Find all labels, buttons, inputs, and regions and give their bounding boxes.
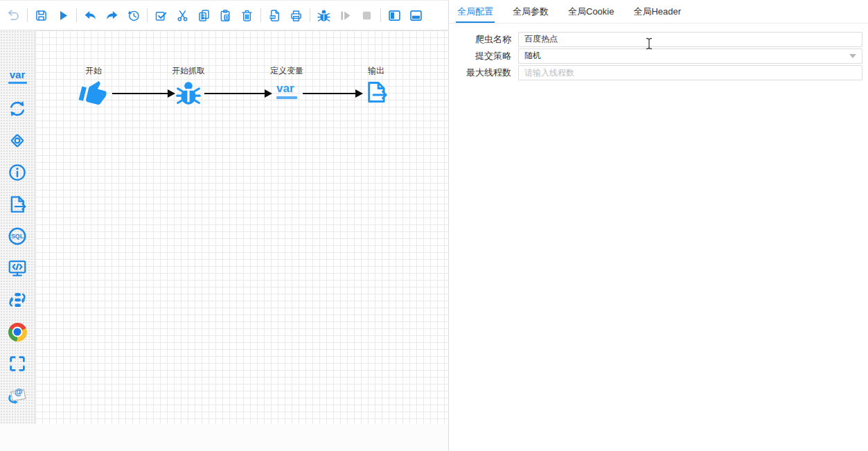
undo-icon[interactable]	[82, 8, 98, 24]
selected-option: 随机	[524, 50, 541, 62]
node-output[interactable]: 输出	[345, 65, 407, 105]
sql-circle-icon: SQL	[7, 226, 28, 247]
paste-icon[interactable]	[218, 8, 233, 24]
thumb-up-icon	[77, 76, 110, 109]
node-label: 输出	[368, 65, 384, 77]
svg-text:@: @	[15, 387, 23, 397]
cut-icon[interactable]	[175, 8, 191, 24]
tab-global-params[interactable]: 全局参数	[511, 6, 550, 23]
export-xml-icon[interactable]: XML	[267, 8, 283, 24]
copy-icon[interactable]	[196, 8, 212, 24]
max-threads-label: 最大线程数	[449, 67, 518, 79]
tab-global-config[interactable]: 全局配置	[456, 6, 495, 23]
submit-strategy-select[interactable]: 随机	[518, 48, 862, 64]
bottom-strip	[0, 424, 448, 451]
node-label: 开始	[85, 65, 102, 77]
document-arrow-icon	[7, 194, 28, 215]
comment-node-tool[interactable]	[0, 162, 35, 183]
tab-global-cookie[interactable]: 全局Cookie	[567, 6, 615, 23]
config-panel: 全局配置 全局参数 全局Cookie 全局Header 爬虫名称 提交策略 随机…	[448, 0, 868, 451]
spider-flow-designer: XML var	[0, 0, 868, 451]
svg-text:SQL: SQL	[11, 233, 24, 240]
loop-arrows-icon	[7, 98, 28, 119]
redo-icon[interactable]	[104, 8, 120, 24]
stop-icon[interactable]	[359, 8, 375, 24]
debug-icon[interactable]	[316, 8, 332, 24]
max-threads-input[interactable]	[518, 65, 862, 80]
crawler-name-input[interactable]	[518, 32, 862, 47]
info-circle-icon	[7, 162, 28, 183]
node-start[interactable]: 开始	[62, 65, 125, 107]
return-icon[interactable]	[6, 8, 21, 24]
email-node-tool[interactable]: @	[0, 385, 35, 406]
capture-node-tool[interactable]	[0, 353, 35, 374]
node-label: 开始抓取	[172, 65, 205, 77]
node-crawl[interactable]: 开始抓取	[157, 65, 220, 107]
toggle-bottom-panel-icon[interactable]	[408, 8, 424, 24]
crawler-node-tool[interactable]	[0, 35, 35, 55]
node-label: 定义变量	[270, 65, 303, 77]
config-tabs: 全局配置 全局参数 全局Cookie 全局Header	[449, 0, 868, 24]
var-icon: var	[276, 83, 297, 99]
tab-global-header[interactable]: 全局Header	[632, 6, 682, 23]
submit-strategy-label: 提交策略	[449, 50, 518, 62]
edge-crawl-to-variable[interactable]	[204, 93, 272, 94]
delete-icon[interactable]	[239, 8, 255, 24]
divider	[147, 8, 148, 22]
print-icon[interactable]	[288, 8, 304, 24]
svg-text:XML: XML	[270, 16, 276, 19]
divider	[260, 8, 261, 22]
script-node-tool[interactable]	[0, 258, 35, 278]
divider	[76, 8, 77, 22]
subflow-arrows-icon	[7, 290, 28, 310]
output-node-tool[interactable]	[0, 194, 35, 215]
edge-variable-to-output[interactable]	[303, 93, 363, 94]
subprocess-node-tool[interactable]	[0, 290, 35, 310]
save-icon[interactable]	[33, 8, 49, 24]
code-monitor-icon	[7, 258, 28, 278]
run-icon[interactable]	[55, 8, 71, 24]
multi-select-icon[interactable]	[153, 8, 169, 24]
loop-node-tool[interactable]	[0, 98, 35, 119]
browser-node-tool[interactable]	[0, 321, 35, 342]
chevron-down-icon	[849, 54, 856, 58]
bug-icon	[175, 79, 202, 107]
variable-node-tool[interactable]: var	[0, 67, 35, 87]
toggle-left-panel-icon[interactable]	[387, 8, 402, 24]
email-at-icon: @	[7, 385, 28, 406]
divider	[310, 8, 310, 22]
step-over-icon[interactable]	[337, 8, 353, 24]
chrome-icon	[8, 323, 27, 342]
edge-start-to-crawl[interactable]	[112, 93, 175, 94]
divider	[27, 8, 28, 22]
document-arrow-icon	[363, 79, 389, 105]
sql-node-tool[interactable]: SQL	[0, 226, 35, 247]
divider	[380, 8, 381, 22]
history-icon[interactable]	[125, 8, 141, 24]
condition-node-tool[interactable]	[0, 130, 35, 151]
toolbar: XML	[0, 0, 448, 30]
node-palette: var SQL @	[0, 30, 35, 424]
global-config-form: 爬虫名称 提交策略 随机 最大线程数	[449, 24, 868, 80]
crawler-name-label: 爬虫名称	[449, 33, 518, 46]
flow-canvas[interactable]: 开始 开始抓取 定义变量 var 输出	[35, 30, 448, 424]
var-icon: var	[8, 70, 27, 84]
corner-brackets-icon	[7, 353, 28, 374]
diamond-icon	[7, 130, 28, 151]
